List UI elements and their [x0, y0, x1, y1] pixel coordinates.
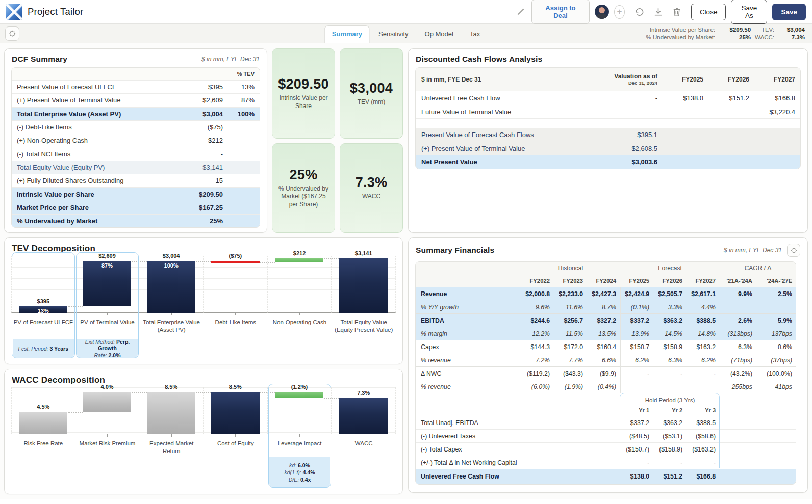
table-row: Total Equity Value (Equity PV)$3,141 [12, 161, 260, 174]
table-cell: 6.3% [653, 354, 687, 367]
dcf-summary-subtitle: $ in mm, FYE Dec 31 [201, 56, 260, 63]
bar-segment[interactable] [211, 392, 260, 434]
bar-segment[interactable]: 87% [83, 261, 132, 306]
edit-pencil-icon[interactable] [515, 6, 526, 17]
table-cell: $363.2 [653, 314, 687, 327]
table-cell [720, 393, 796, 406]
table-cell: ($53.1) [653, 429, 687, 442]
bar-segment[interactable] [211, 261, 260, 263]
kpi-card-intrinsic-value-per-share[interactable]: $209.50Intrinsic Value per Share [272, 48, 335, 139]
table-cell: (100.0%) [756, 367, 796, 380]
table-row: (-) Total NCI Items- [12, 147, 260, 160]
add-user-icon[interactable]: + [614, 5, 625, 19]
bar-value-label: $395 [0, 298, 87, 304]
close-button[interactable]: Close [691, 4, 726, 20]
table-row: Present Value of Forecast ULFCF$39513% [12, 80, 260, 93]
kpi-card-undervalued-by-market[interactable]: 25%% Undervalued by Market ($167.25 per … [272, 143, 335, 233]
history-undo-icon[interactable] [633, 6, 646, 18]
project-title-input[interactable]: Project Tailor [28, 3, 510, 20]
bar-segment[interactable]: 13% [19, 306, 67, 313]
category-label: Leverage Impact [268, 437, 332, 457]
table-cell [720, 406, 796, 416]
table-cell: FY2022 [521, 274, 554, 287]
delete-trash-icon[interactable] [671, 6, 683, 18]
table-cell: $327.2 [587, 314, 620, 327]
settings-gear-button[interactable] [5, 26, 19, 41]
table-cell: 4.4% [687, 301, 720, 314]
dcf-analysis-table-body: Unlevered Free Cash Flow-$138.0$151.2$16… [416, 91, 800, 169]
table-cell: FY2025 [620, 274, 653, 287]
table-cell: FY2026 [653, 274, 687, 287]
chart-bar-risk-free-rate: 4.5%Risk Free Rate [11, 387, 75, 488]
bar-segment[interactable] [147, 392, 195, 434]
tab-bar: SummarySensitivityOp ModelTax [324, 25, 488, 43]
metric-cards-grid: $209.50Intrinsic Value per Share$3,004TE… [272, 48, 403, 233]
tab-sensitivity[interactable]: Sensitivity [371, 25, 416, 43]
table-cell: Hold Period (3 Yrs) [620, 393, 720, 406]
table-cell: (+/-) Total Δ in Net Working Capital [416, 456, 521, 469]
kpi-card-wacc[interactable]: 7.3%WACC [340, 143, 403, 233]
tab-tax[interactable]: Tax [462, 25, 488, 43]
table-cell: ($150.7) [620, 442, 653, 456]
table-cell: 255bps [720, 380, 756, 393]
kpi-card-tev[interactable]: $3,004TEV (mm) [340, 48, 403, 139]
save-as-button[interactable]: Save As [731, 0, 767, 24]
category-label: PV of Forecast ULFCF [11, 315, 75, 339]
table-cell: 137bps [756, 327, 796, 340]
table-cell: EBITDA [416, 314, 521, 327]
project-title[interactable]: Project Tailor [28, 6, 83, 17]
chart-bar-debt-like-items: ($75)Debt-Like Items [204, 256, 268, 358]
table-cell: ($43.3) [554, 367, 587, 380]
table-cell: (71bps) [720, 354, 756, 367]
download-icon[interactable] [652, 6, 665, 18]
table-cell: ($58.6) [687, 429, 720, 442]
bar-assumption-chip: Fcst. Period: 3 Years [13, 339, 74, 358]
table-cell: $388.5 [687, 416, 720, 429]
save-button[interactable]: Save [772, 4, 806, 20]
chart-bar-pv-of-terminal-value[interactable]: 87%$2,609PV of Terminal ValueExit Method… [75, 256, 140, 358]
bar-segment[interactable] [339, 258, 388, 313]
metric-value: 7.3% [778, 34, 805, 40]
bar-segment[interactable] [83, 392, 132, 412]
dcf-summary-card: DCF Summary $ in mm, FYE Dec 31 % TEV Pr… [4, 48, 267, 233]
category-label: PV of Terminal Value [75, 315, 140, 339]
table-cell: 2.6% [720, 314, 756, 327]
tab-op-model[interactable]: Op Model [417, 25, 461, 43]
chart-bar-leverage-impact[interactable]: (1.2%)Leverage Impactkd: 6.0%kd(1-t): 4.… [268, 387, 332, 488]
tab-summary[interactable]: Summary [324, 25, 370, 43]
table-cell: $163.2 [687, 340, 720, 354]
table-cell: Yr 2 [653, 406, 687, 416]
table-cell: 13.5% [587, 327, 620, 340]
category-label: Risk Free Rate [11, 437, 75, 457]
table-cell: - [687, 456, 720, 469]
category-label: Market Risk Premium [75, 437, 140, 457]
table-cell: Historical [521, 262, 620, 274]
table-cell [521, 469, 620, 484]
dcf-summary-table-header: % TEV [12, 68, 260, 80]
table-row: Future Value of Terminal Value$3,220.4 [416, 105, 800, 119]
table-cell: 2.5% [756, 287, 796, 301]
valuation-as-of-header: Valuation as of Dec 31, 2024 [576, 73, 663, 86]
bar-segment[interactable]: 100% [147, 261, 195, 313]
summary-financials-table: HistoricalForecastCAGR / ΔFY2022FY2023FY… [415, 261, 801, 485]
table-cell: 9.6% [521, 301, 554, 314]
table-cell: 7.2% [521, 354, 554, 367]
table-cell: Capex [416, 340, 521, 354]
table-cell [521, 393, 620, 406]
assign-to-deal-button[interactable]: Assign to Deal [531, 0, 590, 24]
table-cell: $2,000.8 [521, 287, 554, 301]
table-cell [720, 469, 796, 484]
category-label: Non-Operating Cash [268, 315, 332, 339]
table-cell: $138.0 [620, 469, 653, 484]
bar-segment[interactable] [275, 258, 324, 262]
table-row: (-) Debt-Like Items($75) [12, 120, 260, 134]
metric-label: WACC: [755, 34, 774, 40]
user-avatar[interactable] [595, 5, 609, 19]
bar-segment[interactable] [339, 398, 388, 434]
summary-financials-title: Summary Financials [416, 246, 494, 255]
financials-settings-gear-button[interactable] [787, 244, 800, 257]
chart-bar-pv-of-forecast-ulfcf[interactable]: 13%$395PV of Forecast ULFCFFcst. Period:… [11, 256, 75, 358]
table-cell: 6.2% [687, 354, 720, 367]
bar-segment[interactable] [19, 412, 67, 434]
bar-segment[interactable] [275, 392, 324, 398]
